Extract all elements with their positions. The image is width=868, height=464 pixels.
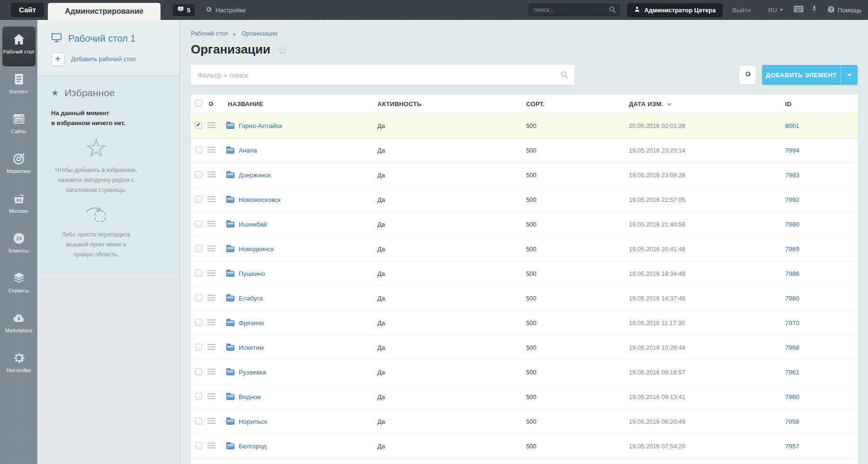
row-checkbox[interactable]	[195, 220, 202, 227]
row-name-link[interactable]: Искитим	[239, 344, 264, 351]
row-id-link[interactable]: 7993	[785, 172, 799, 179]
row-id-link[interactable]: 7980	[785, 295, 799, 302]
row-checkbox[interactable]	[195, 393, 202, 400]
row-checkbox[interactable]	[195, 344, 202, 351]
row-checkbox[interactable]	[195, 294, 202, 301]
sidebar-item-marketing[interactable]: Маркетинг	[2, 146, 36, 186]
row-id-link[interactable]: 7994	[785, 147, 799, 154]
row-name-link[interactable]: Пушкино	[239, 270, 265, 277]
column-header-sort[interactable]: СОРТ.	[526, 100, 629, 108]
search-icon[interactable]	[560, 71, 568, 79]
row-id-link[interactable]: 8001	[785, 122, 799, 129]
sidebar-item-settings[interactable]: Настройки	[2, 345, 36, 385]
add-desktop-link[interactable]: Добавить рабочий стол	[71, 56, 135, 63]
drag-handle-icon[interactable]	[207, 147, 215, 153]
row-sort-value: 500	[526, 196, 629, 203]
drag-handle-icon[interactable]	[207, 270, 215, 276]
help-button[interactable]: ? Помощь	[827, 6, 861, 15]
add-element-button[interactable]: ДОБАВИТЬ ЭЛЕМЕНТ	[762, 65, 858, 85]
row-checkbox[interactable]	[195, 368, 202, 375]
breadcrumb-current[interactable]: Организации	[242, 30, 277, 37]
row-id-link[interactable]: 7992	[785, 196, 799, 203]
row-name-link[interactable]: Дзержинск	[239, 172, 270, 179]
column-header-name[interactable]: НАЗВАНИЕ	[226, 100, 377, 108]
row-checkbox[interactable]	[195, 122, 202, 129]
row-checkbox[interactable]	[195, 196, 202, 203]
logout-link[interactable]: Выйти	[733, 7, 751, 14]
select-all-checkbox[interactable]	[195, 100, 202, 107]
row-checkbox[interactable]	[195, 146, 202, 154]
sidebar-item-desktop[interactable]: Рабочий стол	[2, 27, 36, 66]
sidebar-item-shop[interactable]: Магазин	[2, 186, 36, 226]
row-checkbox[interactable]	[195, 245, 202, 252]
tab-administration[interactable]: Администрирование	[48, 3, 161, 20]
row-name-link[interactable]: Норильск	[239, 418, 267, 425]
column-header-id[interactable]: ID	[785, 100, 858, 108]
drag-handle-icon[interactable]	[207, 221, 215, 227]
row-name-link[interactable]: Фрязино	[239, 319, 264, 327]
drag-handle-icon[interactable]	[207, 418, 215, 424]
tab-site[interactable]: Сайт	[11, 3, 44, 17]
search-icon[interactable]	[609, 6, 616, 13]
topbar-search-input[interactable]	[528, 4, 620, 16]
row-checkbox[interactable]	[195, 418, 202, 425]
sidebar-item-services[interactable]: Сервисы	[2, 265, 36, 305]
drag-handle-icon[interactable]	[207, 393, 215, 399]
row-id-link[interactable]: 7986	[785, 270, 799, 277]
row-id-link[interactable]: 7990	[785, 221, 799, 228]
drag-handle-icon[interactable]	[207, 172, 215, 177]
row-name-link[interactable]: Новомосковск	[239, 196, 281, 203]
row-checkbox[interactable]	[195, 171, 202, 178]
grid-settings-button[interactable]	[739, 65, 756, 85]
row-id-link[interactable]: 7989	[785, 246, 799, 253]
row-name-link[interactable]: Видное	[239, 393, 261, 400]
sidebar-item-clients[interactable]: 24Клиенты	[2, 226, 36, 265]
drag-handle-icon[interactable]	[207, 196, 215, 202]
keyboard-icon[interactable]	[794, 5, 804, 15]
row-name-link[interactable]: Елабуга	[239, 295, 263, 302]
sidebar-item-content[interactable]: Контент	[2, 66, 36, 106]
row-id-link[interactable]: 7970	[785, 319, 799, 327]
filter-input[interactable]	[191, 65, 574, 85]
sidebar-item-marketplace[interactable]: Marketplace	[2, 305, 36, 345]
pin-icon[interactable]	[812, 5, 817, 15]
drag-handle-icon[interactable]	[207, 344, 215, 350]
drag-handle-icon[interactable]	[207, 295, 215, 300]
row-name-link[interactable]: Горно-Алтайск	[239, 122, 282, 129]
row-name-link[interactable]: Ишимбай	[239, 221, 267, 228]
drag-handle-icon[interactable]	[207, 246, 215, 251]
row-name-link[interactable]: Рузаевка	[239, 369, 266, 376]
notifications-badge[interactable]: 5	[173, 4, 195, 16]
row-checkbox[interactable]	[195, 442, 202, 449]
row-name-link[interactable]: Новодвинск	[239, 246, 274, 253]
topbar-settings-button[interactable]: Настройки	[205, 6, 246, 14]
drag-handle-icon[interactable]	[207, 369, 215, 374]
drag-handle-icon[interactable]	[207, 443, 215, 448]
row-id-link[interactable]: 7961	[785, 369, 799, 376]
favorite-star-icon[interactable]: ☆	[277, 44, 287, 57]
row-name-link[interactable]: Белгород	[239, 443, 267, 450]
user-menu-button[interactable]: Администратор Цетера	[627, 3, 722, 17]
row-id-link[interactable]: 7960	[785, 393, 799, 400]
row-name-link[interactable]: Анапа	[239, 147, 257, 154]
row-id-link[interactable]: 7957	[785, 443, 799, 450]
main-content: Рабочий стол ▶ Организации Организации ☆…	[180, 20, 868, 464]
table-row: ДзержинскДа50019.05.2016 23:09:287993	[191, 163, 858, 188]
row-checkbox[interactable]	[195, 319, 202, 326]
drag-handle-icon[interactable]	[207, 319, 215, 325]
language-switcher[interactable]: RU	[768, 7, 783, 14]
column-header-active[interactable]: АКТИВНОСТЬ	[377, 100, 526, 108]
drag-handle-icon[interactable]	[207, 122, 215, 128]
row-id-link[interactable]: 7968	[785, 344, 799, 351]
row-checkbox[interactable]	[195, 270, 202, 277]
row-id-link[interactable]: 7958	[785, 418, 799, 425]
sidebar-item-sites[interactable]: 24Сайты	[2, 106, 36, 146]
row-sort-value: 500	[526, 418, 629, 425]
breadcrumb-root[interactable]: Рабочий стол	[191, 30, 228, 37]
column-header-modified[interactable]: ДАТА ИЗМ.	[629, 100, 785, 108]
sidebar-item-label: Рабочий стол	[3, 49, 35, 55]
add-element-dropdown[interactable]	[841, 65, 858, 85]
header-gear-icon[interactable]	[207, 100, 226, 107]
folder-icon	[226, 320, 234, 326]
add-desktop-button[interactable]: +	[51, 53, 64, 66]
